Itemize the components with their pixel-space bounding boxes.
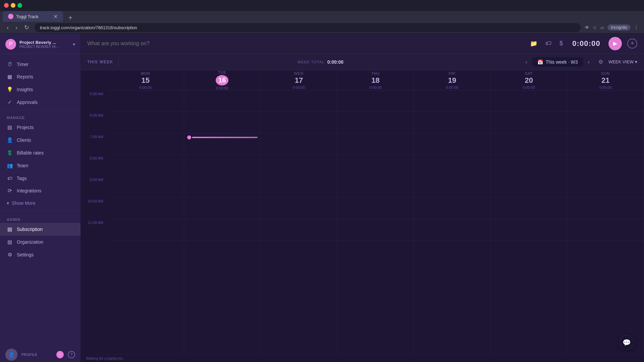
hour-9am-tue <box>184 176 261 198</box>
hour-7am-sun <box>567 133 644 155</box>
hour-7am-fri <box>414 133 490 155</box>
sidebar-item-settings[interactable]: ⚙ Settings <box>0 248 80 261</box>
hour-6am-fri <box>414 112 490 133</box>
sidebar-toggle-icon[interactable]: ▱ <box>600 25 604 30</box>
show-more-button[interactable]: ▾ Show More <box>0 197 80 209</box>
eye-off-icon: 👁 <box>585 25 589 30</box>
day-header-sun: SUN 21 0:00:00 <box>567 70 644 90</box>
time-slot-8am: 8:00 AM <box>80 155 107 176</box>
add-button[interactable]: + <box>627 39 637 49</box>
day-name-mon: MON <box>141 71 150 75</box>
back-button[interactable]: ‹ <box>5 23 10 33</box>
search-wrapper[interactable] <box>87 41 525 47</box>
tag-icon-button[interactable]: 🏷 <box>544 39 553 48</box>
hour-7am-tue <box>184 133 261 155</box>
day-time-fri: 0:00:00 <box>446 85 459 89</box>
browser-tab[interactable]: Toggl Track ✕ <box>3 11 63 22</box>
new-tab-button[interactable]: + <box>66 14 75 22</box>
tags-icon: 🏷 <box>7 175 13 181</box>
chat-button[interactable]: 💬 <box>619 335 634 350</box>
sidebar-item-reports[interactable]: ▦ Reports <box>0 70 80 83</box>
day-time-sun: 0:00:00 <box>599 85 612 89</box>
day-col-tue[interactable] <box>184 90 261 354</box>
menu-icon[interactable]: ⋮ <box>634 25 639 30</box>
browser-addressbar: ‹ › ↻ 👁 ☆ ▱ Incognito ⋮ <box>0 22 644 34</box>
week-total-area: WEEK TOTAL 0:00:00 <box>124 59 517 65</box>
topbar-actions: 📁 🏷 $ 0:00:00 ▶ + <box>529 37 637 50</box>
day-col-sun[interactable] <box>567 90 644 354</box>
sidebar-item-timer[interactable]: ⏱ Timer <box>0 58 80 70</box>
sidebar-item-label: Settings <box>17 252 34 257</box>
sidebar-item-label: Billable rates <box>17 150 44 156</box>
sidebar-project-info: Project Beverly ... PROJECT BEVERLY HI..… <box>19 40 69 49</box>
browser-chrome: Toggl Track ✕ + ‹ › ↻ 👁 ☆ ▱ Incognito ⋮ <box>0 0 644 34</box>
sidebar-item-tags[interactable]: 🏷 Tags <box>0 172 80 184</box>
sidebar-divider <box>0 110 80 110</box>
clients-icon: 👤 <box>7 137 13 143</box>
week-picker[interactable]: 📅 This week · W3 <box>532 57 583 67</box>
sidebar-item-organization[interactable]: ▤ Organization <box>0 236 80 248</box>
address-bar[interactable] <box>35 23 581 32</box>
hour-10am-wed <box>261 198 337 219</box>
play-button[interactable]: ▶ <box>608 37 622 50</box>
sidebar-item-subscription[interactable]: ▤ Subscription <box>0 223 80 236</box>
hour-9am-fri <box>414 176 490 198</box>
next-week-button[interactable]: › <box>585 57 593 67</box>
day-time-sat: 0:00:00 <box>523 85 535 89</box>
maximize-window-button[interactable] <box>17 3 22 8</box>
day-col-wed[interactable] <box>261 90 337 354</box>
avatar[interactable]: 👤 <box>5 349 17 361</box>
star-icon[interactable]: ☆ <box>593 25 597 30</box>
hour-9am-sat <box>491 176 567 198</box>
day-name-fri: FRI <box>449 71 455 75</box>
week-view-button[interactable]: WEEK VIEW ▾ <box>608 59 637 64</box>
hour-6am-tue <box>184 112 261 133</box>
week-settings-button[interactable]: ⚙ <box>598 59 603 65</box>
hour-10am-mon <box>107 198 184 219</box>
sidebar-item-label: Team <box>17 163 28 168</box>
time-entry-dot <box>186 134 192 140</box>
sidebar-item-clients[interactable]: 👤 Clients <box>0 134 80 146</box>
sidebar-item-approvals[interactable]: ✓ Approvals <box>0 96 80 109</box>
day-col-mon[interactable] <box>107 90 184 354</box>
project-sub: PROJECT BEVERLY HI... <box>19 45 69 49</box>
chevron-down-icon: ▾ <box>7 200 9 206</box>
hour-8am-sat <box>491 155 567 176</box>
sidebar-header[interactable]: P Project Beverly ... PROJECT BEVERLY HI… <box>0 34 80 54</box>
sidebar-item-team[interactable]: 👥 Team <box>0 159 80 172</box>
hour-9am-thu <box>337 176 414 198</box>
prev-week-button[interactable]: ‹ <box>522 57 531 67</box>
hour-5am-thu <box>337 90 414 112</box>
minimize-window-button[interactable] <box>11 3 15 8</box>
reload-button[interactable]: ↻ <box>23 22 31 33</box>
day-num-fri: 19 <box>448 76 456 85</box>
sidebar-item-integrations[interactable]: ⟳ Integrations <box>0 184 80 197</box>
time-entry-bar[interactable] <box>187 137 258 138</box>
dollar-icon-button[interactable]: $ <box>558 39 564 48</box>
tab-close-button[interactable]: ✕ <box>53 13 58 20</box>
hour-10am-thu <box>337 198 414 219</box>
sidebar-item-projects[interactable]: ▤ Projects <box>0 121 80 134</box>
folder-icon-button[interactable]: 📁 <box>529 39 539 49</box>
hour-7am-mon <box>107 133 184 155</box>
forward-button[interactable]: › <box>14 23 19 33</box>
subscription-icon: ▤ <box>7 226 13 232</box>
day-col-thu[interactable] <box>337 90 414 354</box>
hour-5am-sun <box>567 90 644 112</box>
day-col-fri[interactable] <box>414 90 491 354</box>
timer-icon: ⏱ <box>7 61 13 67</box>
projects-icon: ▤ <box>7 124 13 130</box>
day-name-sun: SUN <box>601 71 610 75</box>
sidebar-item-label: Approvals <box>17 100 38 105</box>
day-columns-grid <box>107 90 644 354</box>
calendar-container: 5:00 AM 6:00 AM 7:00 AM 8:00 AM 9:00 AM … <box>80 70 644 354</box>
sidebar-item-billable-rates[interactable]: 💲 Billable rates <box>0 146 80 159</box>
manage-section-label: MANAGE <box>0 112 80 121</box>
integrations-icon: ⟳ <box>7 188 13 194</box>
help-icon[interactable]: ? <box>68 351 75 358</box>
sidebar-item-insights[interactable]: 💡 Insights <box>0 83 80 96</box>
hour-8am-fri <box>414 155 490 176</box>
close-window-button[interactable] <box>4 3 9 8</box>
timer-input[interactable] <box>87 41 525 47</box>
day-col-sat[interactable] <box>491 90 568 354</box>
